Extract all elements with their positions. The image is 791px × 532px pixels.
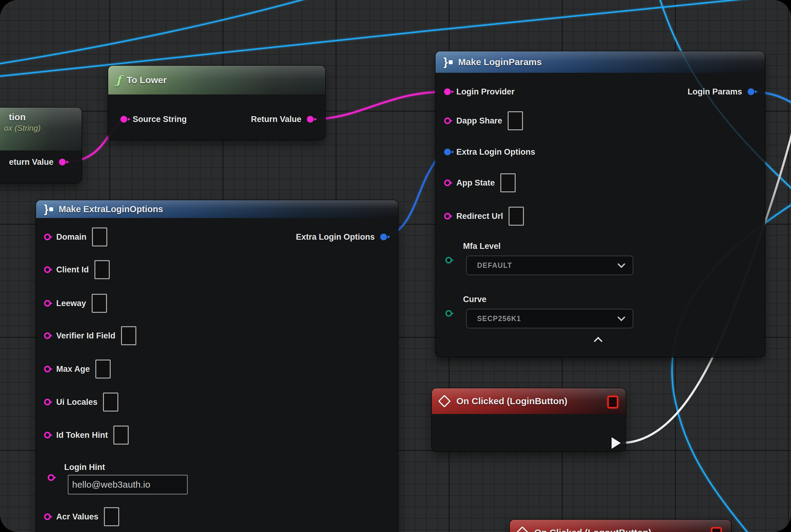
node-title: On Clicked (LogoutButton) <box>534 527 651 532</box>
string-input-pin[interactable] <box>44 513 51 520</box>
wire-blue-a <box>0 0 329 65</box>
pin-row-max-age: Max Age <box>44 360 111 378</box>
string-input-pin[interactable] <box>44 233 51 240</box>
wire-magenta-2-glow <box>310 92 447 119</box>
value-input-box[interactable] <box>103 393 118 412</box>
node-subtitle: ox (String) <box>4 124 41 133</box>
node-header[interactable]: } Make ExtraLoginOptions <box>36 200 398 218</box>
mfa-level-dropdown[interactable]: DEFAULT <box>466 255 633 275</box>
function-icon: ƒ <box>116 74 121 86</box>
event-diamond-icon <box>438 395 451 407</box>
mfa-level-value: DEFAULT <box>477 261 512 270</box>
node-title: tion <box>9 112 26 122</box>
enum-input-pin[interactable] <box>445 257 452 264</box>
node-header[interactable]: tion ox (String) <box>0 108 82 150</box>
make-struct-icon: } <box>443 57 453 68</box>
node-on-clicked-login-button[interactable]: On Clicked (LoginButton) <box>432 388 626 451</box>
pin-row-extra-login-options-in: Extra Login Options <box>444 143 535 161</box>
struct-output-pin[interactable] <box>748 88 754 95</box>
pin-label: Redirect Url <box>456 212 503 221</box>
string-input-pin[interactable] <box>444 88 451 95</box>
string-output-pin[interactable] <box>59 159 66 166</box>
string-input-pin[interactable] <box>444 213 451 220</box>
string-input-pin[interactable] <box>44 432 51 438</box>
node-title: Make LoginParams <box>458 57 542 67</box>
pin-row-login-params-out: Login Params <box>688 82 754 101</box>
value-input-box[interactable] <box>92 227 107 246</box>
value-input-box[interactable] <box>508 207 524 226</box>
pin-row-source-string: Source String <box>120 110 187 128</box>
value-input-box[interactable] <box>94 260 110 279</box>
pin-label-curve: Curve <box>463 295 487 304</box>
pin-label: Login Params <box>688 87 742 97</box>
string-input-pin[interactable] <box>44 399 51 405</box>
chevron-down-icon <box>617 314 625 321</box>
pin-row-login-provider: Login Provider <box>444 82 515 101</box>
pin-label: Domain <box>56 232 86 242</box>
pin-row-id-token-hint: Id Token Hint <box>44 426 129 444</box>
string-input-pin[interactable] <box>44 300 51 307</box>
pin-row-verifier-id-field: Verifier Id Field <box>44 326 136 345</box>
struct-output-pin[interactable] <box>380 233 387 240</box>
pin-row-ui-locales: Ui Locales <box>44 393 118 411</box>
pin-label: Dapp Share <box>456 116 502 126</box>
string-output-pin[interactable] <box>307 116 314 122</box>
pin-label: App State <box>456 178 495 188</box>
value-input-box[interactable] <box>113 425 129 444</box>
struct-input-pin[interactable] <box>444 149 451 155</box>
value-input-box[interactable] <box>500 173 516 192</box>
pin-row-return-value: eturn Value <box>9 153 66 171</box>
node-make-login-params[interactable]: } Make LoginParams Login Provider Login … <box>436 51 765 357</box>
pin-label: Verifier Id Field <box>56 331 116 341</box>
pin-row-acr-values: Acr Values <box>44 508 119 526</box>
value-input-box[interactable] <box>508 111 523 130</box>
pin-label: Client Id <box>56 265 89 274</box>
login-hint-input[interactable] <box>68 475 188 494</box>
node-on-clicked-logout-button[interactable]: On Clicked (LogoutButton) <box>510 520 731 532</box>
pin-row-domain: Domain <box>44 228 107 246</box>
node-partial-function[interactable]: tion ox (String) eturn Value <box>0 108 82 183</box>
node-header[interactable]: On Clicked (LogoutButton) <box>510 520 731 532</box>
value-input-box[interactable] <box>95 360 111 379</box>
node-title: To Lower <box>127 75 167 85</box>
node-title: Make ExtraLoginOptions <box>59 204 163 214</box>
event-diamond-icon <box>516 526 529 532</box>
node-make-extra-login-options[interactable]: } Make ExtraLoginOptions Domain Extra Lo… <box>36 200 398 532</box>
pin-row-leeway: Leeway <box>44 294 107 312</box>
string-input-pin[interactable] <box>44 366 51 373</box>
pin-label: Login Provider <box>456 87 515 97</box>
enum-input-pin[interactable] <box>445 310 452 317</box>
pin-row-return-value: Return Value <box>251 110 314 128</box>
exec-output-pin[interactable] <box>612 437 621 449</box>
pin-label: eturn Value <box>9 157 54 167</box>
value-input-box[interactable] <box>104 507 119 526</box>
pin-row-client-id: Client Id <box>44 261 110 279</box>
event-bind-icon[interactable] <box>711 527 722 532</box>
node-header[interactable]: } Make LoginParams <box>436 51 765 73</box>
string-input-pin[interactable] <box>444 117 451 124</box>
string-input-pin[interactable] <box>44 332 51 339</box>
pin-label: Id Token Hint <box>56 431 108 440</box>
event-bind-icon[interactable] <box>607 396 618 408</box>
wire-blue-a-glow <box>0 0 329 65</box>
blueprint-graph-canvas[interactable]: tion ox (String) eturn Value ƒ To Lower … <box>0 0 791 532</box>
node-header[interactable]: ƒ To Lower <box>108 66 325 94</box>
string-input-pin[interactable] <box>44 266 51 273</box>
pin-label: Extra Login Options <box>456 147 535 157</box>
curve-dropdown[interactable]: SECP256K1 <box>466 309 633 328</box>
pin-row-redirect-url: Redirect Url <box>444 207 524 225</box>
string-input-pin[interactable] <box>120 116 127 122</box>
pin-row-dapp-share: Dapp Share <box>444 112 523 130</box>
node-to-lower[interactable]: ƒ To Lower Source String Return Value <box>108 66 325 140</box>
chevron-down-icon <box>617 260 625 268</box>
value-input-box[interactable] <box>92 294 107 313</box>
pin-label: Return Value <box>251 115 301 124</box>
node-header[interactable]: On Clicked (LoginButton) <box>432 388 626 414</box>
pin-label: Max Age <box>56 364 90 374</box>
string-input-pin[interactable] <box>444 179 451 186</box>
collapse-chevron-icon[interactable] <box>594 337 602 345</box>
value-input-box[interactable] <box>121 326 136 345</box>
pin-row-app-state: App State <box>444 174 516 192</box>
pin-label: Ui Locales <box>56 397 97 407</box>
string-input-pin[interactable] <box>48 474 54 481</box>
